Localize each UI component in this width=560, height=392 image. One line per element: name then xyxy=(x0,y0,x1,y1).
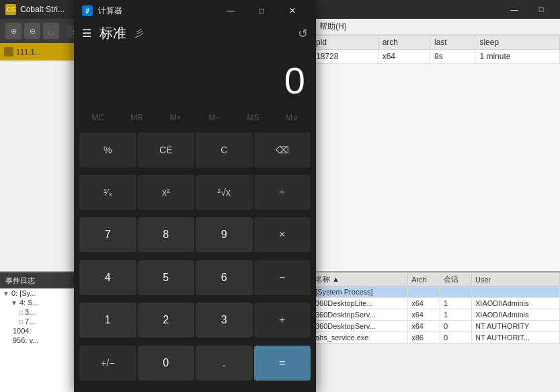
calc-memory-row: MCMRM+M–MSM∨ xyxy=(74,104,316,131)
calc-mode-icon: 彡 xyxy=(134,28,144,40)
calc-minimize-btn[interactable]: — xyxy=(215,0,246,22)
calc-memory-btn-mc[interactable]: MC xyxy=(79,107,117,128)
process-cell-session: 1 xyxy=(440,298,472,309)
calc-btn-4[interactable]: 4 xyxy=(79,260,136,295)
calc-btn-5[interactable]: 5 xyxy=(138,260,195,295)
calc-maximize-btn[interactable]: □ xyxy=(246,0,277,22)
listener-icon xyxy=(4,47,13,56)
calc-btn-9[interactable]: 9 xyxy=(196,217,253,252)
process-cell-user: NT AUTHORITY xyxy=(471,321,559,332)
calc-history-btn[interactable]: ↺ xyxy=(298,26,308,41)
process-col-header[interactable]: User xyxy=(471,273,559,286)
tree-item-label: 3... xyxy=(25,308,35,316)
calc-display: 0 xyxy=(74,44,316,104)
calc-btn-[interactable]: = xyxy=(254,346,311,381)
calc-btn-[interactable]: + xyxy=(254,303,311,338)
toolbar-icon-2[interactable]: ⊖ xyxy=(24,23,40,39)
tree-item-label: 4: S... xyxy=(19,299,39,307)
calc-memory-btn-m[interactable]: M∨ xyxy=(273,107,311,128)
process-row[interactable]: 360DesktopLite...x641XIAODI\Adminis xyxy=(312,298,560,309)
calc-btn-[interactable]: − xyxy=(254,260,311,295)
col-pid: pid xyxy=(312,36,378,50)
calc-close-btn[interactable]: ✕ xyxy=(277,0,308,22)
calc-btn-x[interactable]: x² xyxy=(138,175,195,210)
calc-icon: # xyxy=(82,5,93,16)
tree-item-label: 1004: xyxy=(13,327,32,335)
calc-btn-CE[interactable]: CE xyxy=(138,132,195,167)
tree-item-label: 0: [Sy... xyxy=(11,289,36,297)
calc-btn-[interactable]: ÷ xyxy=(254,175,311,210)
calc-btn-3[interactable]: 3 xyxy=(196,303,253,338)
sessions-table: pid arch last sleep 18728x648s1 minute xyxy=(311,35,560,64)
calc-btn-1[interactable]: 1 xyxy=(79,303,136,338)
tree-item-label: 7... xyxy=(25,317,35,325)
toolbar-icon-headset[interactable]: 🎧 xyxy=(43,23,59,39)
col-arch: arch xyxy=(378,36,430,50)
toolbar-icon-1[interactable]: ⊕ xyxy=(5,23,22,39)
right-minimize-btn[interactable]: — xyxy=(501,0,528,19)
process-cell-arch: x64 xyxy=(408,309,440,321)
calc-btn-[interactable]: % xyxy=(79,132,136,167)
tree-item-label: 956: v... xyxy=(13,336,38,344)
col-sleep: sleep xyxy=(475,36,560,50)
bg-app-icon: CS xyxy=(5,4,16,15)
calc-btn-8[interactable]: 8 xyxy=(138,217,195,252)
calc-btn-C[interactable]: C xyxy=(196,132,253,167)
calc-memory-btn-m[interactable]: M– xyxy=(196,107,233,128)
col-last: last xyxy=(430,36,475,50)
right-maximize-btn[interactable]: □ xyxy=(528,0,555,19)
process-cell-session: 1 xyxy=(440,309,472,321)
help-menu[interactable]: 帮助(H) xyxy=(315,21,351,32)
calc-btn-7[interactable]: 7 xyxy=(79,217,136,252)
session-cell-pid: 18728 xyxy=(312,50,378,64)
process-row[interactable]: 360DesktopServ...x641XIAODI\Adminis xyxy=(312,309,560,321)
calc-buttons-grid: %CEC⌫¹⁄ₓx²²√x÷789×456−123++/−0.= xyxy=(74,131,316,392)
tree-expand-icon: ▼ xyxy=(3,290,9,297)
calc-btn-[interactable]: . xyxy=(196,346,253,381)
calc-btn-0[interactable]: 0 xyxy=(138,346,195,381)
calc-menu-icon[interactable]: ☰ xyxy=(82,27,91,40)
process-cell-user xyxy=(471,286,559,298)
right-menubar: 帮助(H) xyxy=(311,19,560,35)
right-titlebar: — □ xyxy=(311,0,560,19)
calc-btn-[interactable]: ¹⁄ₓ xyxy=(79,175,136,210)
calc-btn-2[interactable]: 2 xyxy=(138,303,195,338)
process-cell-name: ahs_service.exe xyxy=(312,332,408,344)
process-cell-name: 360DesktopServ... xyxy=(312,309,408,321)
calc-titlebar-controls[interactable]: — □ ✕ xyxy=(215,0,308,22)
process-cell-session: 0 xyxy=(440,321,472,332)
calc-header: ☰ 标准 彡 ↺ xyxy=(74,22,316,44)
session-row[interactable]: 18728x648s1 minute xyxy=(312,50,560,64)
calc-btn-6[interactable]: 6 xyxy=(196,260,253,295)
session-cell-last: 8s xyxy=(430,50,475,64)
bg-app-title: Cobalt Stri... xyxy=(20,5,65,14)
process-row[interactable]: ahs_service.exex860NT AUTHORIT... xyxy=(312,332,560,344)
calc-btn-[interactable]: ⌫ xyxy=(254,132,311,167)
process-cell-session xyxy=(440,286,472,298)
calc-title: 计算器 xyxy=(98,5,122,17)
process-cell-arch: x64 xyxy=(408,321,440,332)
bottom-right-panel: 名称 ▲Arch会话User [System Process]360Deskto… xyxy=(311,271,560,392)
calc-btn-[interactable]: +/− xyxy=(79,346,136,381)
process-cell-arch: x64 xyxy=(408,298,440,309)
listener-text: 111.1... xyxy=(16,48,41,56)
process-cell-session: 0 xyxy=(440,332,472,344)
process-cell-user: XIAODI\Adminis xyxy=(471,298,559,309)
right-titlebar-controls: — □ xyxy=(501,0,555,19)
process-table: 名称 ▲Arch会话User [System Process]360Deskto… xyxy=(311,272,560,344)
calc-memory-btn-ms[interactable]: MS xyxy=(235,107,272,128)
calc-btn-[interactable]: × xyxy=(254,217,311,252)
session-cell-arch: x64 xyxy=(378,50,430,64)
calc-btn-x[interactable]: ²√x xyxy=(196,175,253,210)
process-cell-name: 360DesktopLite... xyxy=(312,298,408,309)
calc-memory-btn-mr[interactable]: MR xyxy=(118,107,156,128)
process-col-header[interactable]: Arch xyxy=(408,273,440,286)
process-row[interactable]: 360DesktopServ...x640NT AUTHORITY xyxy=(312,321,560,332)
process-col-header[interactable]: 会话 xyxy=(440,273,472,286)
process-col-header[interactable]: 名称 ▲ xyxy=(312,273,408,286)
calc-titlebar: # 计算器 — □ ✕ xyxy=(74,0,316,22)
process-cell-name: [System Process] xyxy=(312,286,408,298)
calc-memory-btn-m[interactable]: M+ xyxy=(157,107,194,128)
session-cell-sleep: 1 minute xyxy=(475,50,560,64)
process-row[interactable]: [System Process] xyxy=(312,286,560,298)
